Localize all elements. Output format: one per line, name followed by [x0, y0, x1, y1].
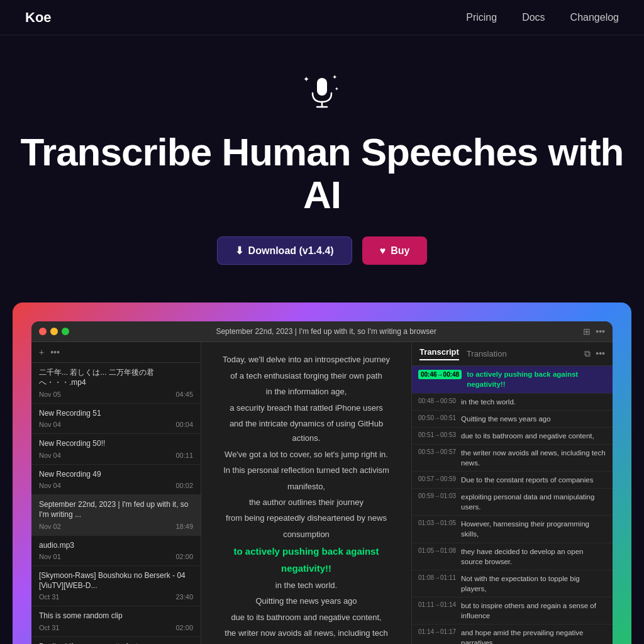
sidebar-header-icons: + •••: [39, 347, 60, 357]
app-window: September 22nd, 2023 | I'm fed up with i…: [31, 321, 613, 644]
window-title: September 22nd, 2023 | I'm fed up with i…: [74, 327, 578, 336]
recording-item[interactable]: New Recording 49 Nov 04 00:02: [31, 465, 201, 496]
more-options-icon[interactable]: •••: [50, 347, 60, 357]
recording-duration: 02:00: [175, 624, 193, 631]
transcript-item[interactable]: 00:48→00:50 in the tech world.: [412, 394, 613, 411]
transcript-segment-text: Quitting the news years ago: [461, 414, 551, 424]
recording-duration: 00:04: [175, 421, 193, 428]
recording-item[interactable]: [Skymoon-Raws] Boushoku no Berserk - 04 …: [31, 566, 201, 606]
more-icon[interactable]: •••: [596, 348, 605, 359]
center-line: of a tech enthusiast forging their own p…: [216, 369, 396, 383]
recording-duration: 23:40: [175, 593, 193, 601]
center-line: We've got a lot to cover, so let's jump …: [216, 447, 396, 462]
transcript-item[interactable]: 01:14→01:17 and hope amid the prevailing…: [412, 625, 613, 644]
window-action-icon-2[interactable]: •••: [596, 326, 605, 336]
buy-button[interactable]: ♥ Buy: [362, 236, 428, 265]
center-line: to actively pushing back against negativ…: [216, 543, 396, 577]
center-line: manifesto,: [216, 479, 396, 494]
recording-duration: 02:00: [175, 553, 193, 560]
transcript-item[interactable]: 00:57→00:59 Due to the constant reports …: [412, 472, 613, 489]
recording-title: This is some random clip: [39, 611, 193, 621]
recording-item[interactable]: 二千年... 若しくは... 二万年後の君へ・・・.mp4 Nov 05 04:…: [31, 363, 201, 403]
window-action-icon-1[interactable]: ⊞: [583, 326, 591, 336]
transcript-item[interactable]: 01:03→01:05 However, harnessing their pr…: [412, 516, 613, 543]
center-line: in the tech world.: [216, 578, 396, 592]
nav-changelog[interactable]: Changelog: [570, 12, 619, 23]
transcript-time: 00:59→01:03: [418, 492, 456, 499]
center-line: Quitting the news years ago: [216, 594, 396, 608]
traffic-lights: [39, 328, 69, 335]
close-button[interactable]: [39, 328, 47, 335]
recording-title: New Recording 50!!: [39, 439, 193, 449]
tab-translation[interactable]: Translation: [467, 349, 507, 358]
tab-transcript[interactable]: Transcript: [419, 347, 459, 360]
transcript-time: 00:57→00:59: [418, 475, 456, 482]
recording-date: Oct 31: [39, 624, 59, 631]
center-transcript-panel: Today, we'll delve into an introspective…: [201, 342, 411, 644]
add-recording-icon[interactable]: +: [39, 347, 44, 357]
app-body: + ••• 二千年... 若しくは... 二万年後の君へ・・・.mp4 Nov …: [31, 342, 613, 644]
center-text-content: Today, we'll delve into an introspective…: [216, 352, 396, 644]
transcript-item[interactable]: 01:05→01:08 they have decided to develop…: [412, 543, 613, 570]
right-panel-header: Transcript Translation ⧉ •••: [412, 342, 613, 366]
transcript-segment-text: due to its bathroom and negative content…: [461, 431, 594, 441]
title-bar-actions: ⊞ •••: [583, 326, 605, 336]
transcript-item[interactable]: 00:46→00:48 to actively pushing back aga…: [412, 366, 613, 393]
recording-title: September 22nd, 2023 | I'm fed up with i…: [39, 500, 193, 519]
transcript-segment-text: but to inspire others and regain a sense…: [461, 601, 606, 621]
transcript-item[interactable]: 00:59→01:03 exploiting personal data and…: [412, 489, 613, 516]
transcript-time: 00:48→00:50: [418, 397, 456, 404]
transcript-time: 00:50→00:51: [418, 414, 456, 421]
svg-text:✦: ✦: [332, 74, 337, 80]
transcript-time: 01:11→01:14: [418, 601, 456, 608]
recording-item[interactable]: This is some random clip Oct 31 02:00: [31, 606, 201, 637]
copy-icon[interactable]: ⧉: [584, 348, 591, 359]
transcript-time: 00:51→00:53: [418, 431, 456, 438]
recording-item[interactable]: September 22nd, 2023 | I'm fed up with i…: [31, 495, 201, 535]
recording-item[interactable]: Bueller-Life-moves-pretty-fast.wav Oct 3…: [31, 637, 201, 644]
nav-pricing[interactable]: Pricing: [466, 12, 497, 23]
right-panel: Transcript Translation ⧉ ••• 00:46→00:48…: [411, 342, 613, 644]
nav-links: Pricing Docs Changelog: [466, 12, 619, 23]
transcript-time: 01:08→01:11: [418, 574, 456, 581]
recording-title: New Recording 51: [39, 409, 193, 419]
transcript-item[interactable]: 01:11→01:14 but to inspire others and re…: [412, 597, 613, 625]
nav-docs[interactable]: Docs: [522, 12, 545, 23]
recording-duration: 18:49: [175, 523, 193, 530]
recording-date: Nov 05: [39, 391, 61, 398]
recording-item[interactable]: New Recording 51 Nov 04 00:04: [31, 404, 201, 435]
recording-duration: 00:02: [175, 482, 193, 489]
hero-section: ✦ ✦ ✦ Transcribe Human Speeches with AI …: [0, 35, 644, 290]
recording-duration: 00:11: [175, 452, 193, 459]
download-button[interactable]: ⬇ Download (v1.4.4): [217, 236, 352, 265]
transcript-item[interactable]: 00:53→00:57 the writer now avoids all ne…: [412, 445, 613, 472]
screenshot-wrapper: September 22nd, 2023 | I'm fed up with i…: [13, 303, 631, 644]
recording-date: Nov 01: [39, 553, 61, 560]
svg-rect-3: [317, 78, 327, 96]
center-line: from being repeatedly disheartened by ne…: [216, 511, 396, 525]
center-line: due to its bathroom and negative content…: [216, 610, 396, 625]
svg-text:✦: ✦: [335, 86, 339, 92]
center-line: the author outlines their journey: [216, 495, 396, 509]
minimize-button[interactable]: [50, 328, 58, 335]
transcript-segment-text: exploiting personal data and manipulatin…: [461, 492, 606, 512]
transcript-item[interactable]: 00:51→00:53 due to its bathroom and nega…: [412, 428, 613, 445]
maximize-button[interactable]: [62, 328, 69, 335]
transcript-segment-text: Due to the constant reports of companies: [461, 475, 593, 485]
transcript-time: 01:14→01:17: [418, 628, 456, 635]
recording-duration: 04:45: [175, 391, 193, 398]
recording-date: Oct 31: [39, 593, 59, 601]
recording-title: 二千年... 若しくは... 二万年後の君へ・・・.mp4: [39, 368, 193, 387]
transcript-item[interactable]: 00:50→00:51 Quitting the news years ago: [412, 411, 613, 428]
heart-icon: ♥: [380, 245, 386, 257]
recording-date: Nov 02: [39, 523, 61, 530]
transcript-segment-text: Not with the expectation to topple big p…: [461, 574, 606, 594]
transcript-item[interactable]: 01:08→01:11 Not with the expectation to …: [412, 570, 613, 597]
mic-icon: ✦ ✦ ✦: [303, 73, 341, 118]
download-icon: ⬇: [235, 245, 243, 257]
recording-item[interactable]: New Recording 50!! Nov 04 00:11: [31, 434, 201, 465]
svg-text:✦: ✦: [303, 75, 309, 84]
recording-item[interactable]: audio.mp3 Nov 01 02:00: [31, 536, 201, 567]
transcript-time: 01:05→01:08: [418, 547, 456, 554]
recordings-sidebar: + ••• 二千年... 若しくは... 二万年後の君へ・・・.mp4 Nov …: [31, 342, 201, 644]
